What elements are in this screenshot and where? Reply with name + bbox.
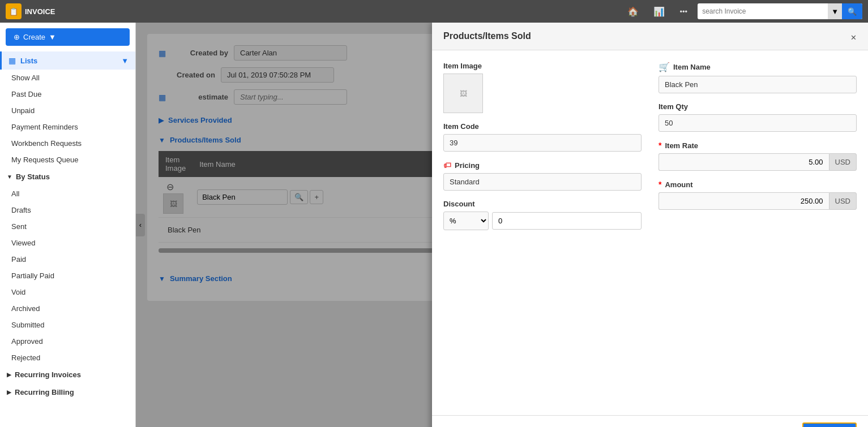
- amount-row: USD: [659, 192, 857, 210]
- sidebar-item-paid[interactable]: Paid: [0, 251, 135, 268]
- item-name-label: 🛒 Item Name: [659, 62, 857, 72]
- lists-header[interactable]: ▦ Lists ▼: [0, 51, 135, 70]
- by-status-header[interactable]: ▼ By Status: [0, 168, 135, 186]
- lists-icon: ▦: [8, 56, 16, 65]
- item-rate-input[interactable]: [659, 153, 829, 171]
- app-title: INVOICE: [25, 7, 55, 16]
- item-code-label: Item Code: [443, 122, 642, 131]
- item-rate-required: *: [659, 141, 661, 150]
- search-bar: ▼ 🔍: [698, 3, 862, 19]
- sidebar-item-unpaid[interactable]: Unpaid: [0, 102, 135, 119]
- sidebar-item-show-all[interactable]: Show All: [0, 70, 135, 86]
- modal-right-col: 🛒 Item Name Item Qty *: [659, 62, 857, 404]
- main-layout: ⊕ Create ▼ ▦ Lists ▼ Show All Past Due U…: [0, 23, 868, 427]
- amount-required: *: [659, 180, 661, 189]
- sidebar-item-submitted[interactable]: Submitted: [0, 317, 135, 333]
- more-button[interactable]: •••: [675, 4, 692, 19]
- discount-type-select[interactable]: % $: [443, 212, 489, 230]
- sidebar-item-past-due[interactable]: Past Due: [0, 86, 135, 102]
- products-modal: Products/Items Sold ✕ Item Image 🖼: [432, 23, 868, 427]
- app-logo: 📋 INVOICE: [6, 3, 55, 19]
- amount-label: * Amount: [659, 180, 857, 189]
- search-go-button[interactable]: 🔍: [842, 3, 862, 19]
- amount-input[interactable]: [659, 192, 829, 210]
- home-button[interactable]: 🏠: [623, 4, 643, 19]
- item-qty-group: Item Qty: [659, 102, 857, 132]
- discount-label: Discount: [443, 200, 642, 208]
- update-button[interactable]: Update: [802, 422, 857, 427]
- discount-row: % $: [443, 212, 642, 230]
- item-qty-label: Item Qty: [659, 102, 857, 111]
- item-code-input[interactable]: [443, 134, 642, 152]
- modal-footer: Update: [432, 415, 868, 427]
- top-nav: 📋 INVOICE 🏠 📊 ••• ▼ 🔍: [0, 0, 868, 23]
- content-area: ‹ ▦ Created by Carter Alan Created on Ju…: [136, 23, 868, 427]
- search-input[interactable]: [698, 7, 828, 15]
- item-rate-currency: USD: [829, 153, 857, 171]
- discount-value-input[interactable]: [492, 212, 642, 230]
- item-code-group: Item Code: [443, 122, 642, 152]
- sidebar-item-void[interactable]: Void: [0, 284, 135, 300]
- item-name-group: 🛒 Item Name: [659, 62, 857, 93]
- recurring-invoices-arrow-icon: ▶: [7, 372, 11, 378]
- discount-group: Discount % $: [443, 200, 642, 230]
- more-icon: •••: [679, 7, 687, 16]
- sidebar-item-workbench-requests[interactable]: Workbench Requests: [0, 135, 135, 152]
- item-rate-group: * Item Rate USD: [659, 141, 857, 171]
- create-arrow-icon: ▼: [49, 33, 56, 41]
- sidebar-item-all[interactable]: All: [0, 186, 135, 202]
- amount-group: * Amount USD: [659, 180, 857, 210]
- sidebar-item-sent[interactable]: Sent: [0, 218, 135, 235]
- search-icon: 🔍: [848, 7, 857, 16]
- logo-icon: 📋: [6, 3, 22, 19]
- modal-body: Item Image 🖼 Item Code: [432, 50, 868, 415]
- sidebar-item-drafts[interactable]: Drafts: [0, 202, 135, 218]
- sidebar-item-my-requests-queue[interactable]: My Requests Queue: [0, 152, 135, 168]
- pricing-tag-icon: 🏷: [443, 161, 451, 170]
- modal-header: Products/Items Sold ✕: [432, 23, 868, 50]
- item-image-group: Item Image 🖼: [443, 62, 642, 113]
- close-icon: ✕: [850, 33, 857, 42]
- chart-button[interactable]: 📊: [649, 4, 669, 19]
- sidebar-item-archived[interactable]: Archived: [0, 300, 135, 317]
- recurring-invoices-header[interactable]: ▶ Recurring Invoices: [0, 366, 135, 383]
- sidebar-item-rejected[interactable]: Rejected: [0, 350, 135, 366]
- item-image-placeholder[interactable]: 🖼: [443, 74, 483, 113]
- amount-currency: USD: [829, 192, 857, 210]
- sidebar: ⊕ Create ▼ ▦ Lists ▼ Show All Past Due U…: [0, 23, 136, 427]
- modal-title: Products/Items Sold: [443, 31, 531, 41]
- cart-icon: 🛒: [659, 62, 670, 72]
- dropdown-icon: ▼: [831, 7, 839, 16]
- create-icon: ⊕: [14, 33, 20, 41]
- pricing-group: 🏷 Pricing: [443, 161, 642, 191]
- search-dropdown-button[interactable]: ▼: [828, 3, 842, 19]
- item-qty-input[interactable]: [659, 114, 857, 132]
- by-status-arrow-icon: ▼: [7, 174, 12, 180]
- create-button[interactable]: ⊕ Create ▼: [6, 28, 130, 46]
- recurring-billing-header[interactable]: ▶ Recurring Billing: [0, 383, 135, 401]
- item-image-label: Item Image: [443, 62, 642, 70]
- item-name-field[interactable]: [659, 76, 857, 93]
- lists-arrow-icon: ▼: [121, 57, 129, 65]
- modal-left-col: Item Image 🖼 Item Code: [443, 62, 642, 404]
- image-placeholder-icon: 🖼: [460, 89, 467, 98]
- item-rate-label: * Item Rate: [659, 141, 857, 150]
- sidebar-item-payment-reminders[interactable]: Payment Reminders: [0, 119, 135, 135]
- modal-close-button[interactable]: ✕: [850, 31, 857, 42]
- item-rate-row: USD: [659, 153, 857, 171]
- pricing-input[interactable]: [443, 173, 642, 191]
- sidebar-item-approved[interactable]: Approved: [0, 333, 135, 350]
- pricing-label: 🏷 Pricing: [443, 161, 642, 170]
- sidebar-item-viewed[interactable]: Viewed: [0, 235, 135, 251]
- sidebar-item-partially-paid[interactable]: Partially Paid: [0, 268, 135, 284]
- recurring-billing-arrow-icon: ▶: [7, 389, 11, 395]
